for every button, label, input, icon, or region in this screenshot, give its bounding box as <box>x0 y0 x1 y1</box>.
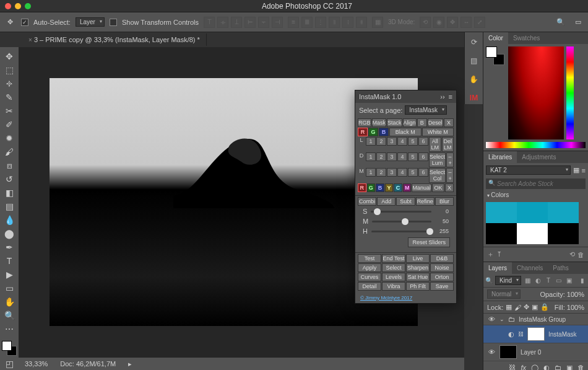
color-ramp[interactable] <box>486 142 586 148</box>
close-window[interactable] <box>5 3 11 9</box>
layer-filter-kind[interactable]: Kind <box>495 276 521 285</box>
lum-cell--[interactable]: – + <box>446 152 454 167</box>
white-mask-button[interactable]: White M <box>422 128 454 136</box>
visibility-toggle-icon[interactable]: 👁 <box>487 315 496 323</box>
layer-row[interactable]: ◐ ⛓ InstaMask <box>483 325 588 343</box>
lum-cell--[interactable]: – + <box>446 168 454 183</box>
channel-b[interactable]: B <box>379 128 389 136</box>
rgb-button[interactable]: RGB <box>358 118 371 127</box>
apply-button[interactable]: Apply <box>358 263 381 272</box>
blur-tool[interactable]: 💧 <box>1 213 17 227</box>
instamask-extension-icon[interactable]: IM <box>468 92 480 104</box>
lum-cell-2[interactable]: 2 <box>376 168 386 177</box>
slider-track[interactable] <box>371 211 431 213</box>
lum-cell-5[interactable]: 5 <box>408 152 418 161</box>
minimize-window[interactable] <box>15 3 21 9</box>
sharpen-button[interactable]: Sharpen <box>406 263 430 272</box>
lum-cell-all-lm[interactable]: All LM <box>429 137 441 152</box>
delete-layer-icon[interactable]: 🗑 <box>577 364 584 370</box>
noise-button[interactable]: Noise <box>430 263 454 272</box>
lum-cell-select-lum[interactable]: Select Lum <box>429 152 446 167</box>
quick-mask-toggle[interactable]: ◰ <box>1 357 17 370</box>
channel-m[interactable]: M <box>403 183 412 192</box>
ph-filt-button[interactable]: Ph Filt <box>406 282 430 291</box>
marquee-tool[interactable]: ⬚ <box>1 63 17 77</box>
detail-button[interactable]: Detail <box>358 282 381 291</box>
lum-cell-del-lm[interactable]: Del LM <box>442 137 454 152</box>
channel-g2[interactable]: G <box>367 183 376 192</box>
group-disclosure-icon[interactable]: ⌄ <box>499 316 504 322</box>
eraser-tool[interactable]: ◧ <box>1 186 17 200</box>
gradient-tool[interactable]: ▤ <box>1 200 17 213</box>
library-color-swatch[interactable] <box>548 202 579 223</box>
channel-r[interactable]: R <box>358 128 368 136</box>
hand-tool[interactable]: ✋ <box>1 295 17 309</box>
lum-cell-6[interactable]: 6 <box>418 152 428 161</box>
end-test-button[interactable]: End Test <box>382 254 405 263</box>
opacity-value[interactable]: 100% <box>567 291 584 298</box>
healing-brush-tool[interactable]: ✹ <box>1 131 17 145</box>
lum-cell-6[interactable]: 6 <box>418 168 428 177</box>
channel-y[interactable]: Y <box>385 183 394 192</box>
lum-cell-6[interactable]: 6 <box>418 137 428 146</box>
lum-cell-5[interactable]: 5 <box>408 137 418 146</box>
tab-libraries[interactable]: Libraries <box>483 151 517 163</box>
reset-sliders-button[interactable]: Reset Sliders <box>408 237 450 247</box>
lum-cell-3[interactable]: 3 <box>387 137 397 146</box>
library-dropdown[interactable]: KAT 2 <box>486 165 571 175</box>
new-group-icon[interactable]: 🗀 <box>555 364 561 370</box>
channel-g[interactable]: G <box>368 128 378 136</box>
slider-track[interactable] <box>372 221 431 222</box>
shape-tool[interactable]: ▭ <box>1 281 17 295</box>
add-to-library-icon[interactable]: ＋ <box>487 250 494 259</box>
tab-adjustments[interactable]: Adjustments <box>517 151 561 163</box>
color-field[interactable] <box>508 46 564 139</box>
library-color-swatch[interactable] <box>486 202 517 223</box>
lock-artboard-icon[interactable]: ▣ <box>532 303 538 311</box>
lum-cell-3[interactable]: 3 <box>387 152 397 161</box>
slider-track[interactable] <box>371 231 431 232</box>
document-tab[interactable]: × 3 – PRIME copy @ 33,3% (InstaMask, Lay… <box>19 33 207 46</box>
history-brush-tool[interactable]: ↺ <box>1 172 17 186</box>
layer-group-row[interactable]: 👁 ⌄ 🗀 InstaMask Group <box>483 314 588 325</box>
b-button[interactable]: B <box>417 118 427 127</box>
add-mask-icon[interactable]: ◯ <box>531 364 538 370</box>
channel-b2[interactable]: B <box>376 183 384 192</box>
crop-tool[interactable]: ✂ <box>1 104 17 118</box>
layer-name[interactable]: InstaMask Group <box>519 316 566 323</box>
lum-cell-5[interactable]: 5 <box>408 168 418 177</box>
manual-button[interactable]: Manual <box>412 183 431 192</box>
library-color-swatch[interactable] <box>517 202 548 223</box>
fg-swatch[interactable] <box>486 46 497 58</box>
brush-tool[interactable]: 🖌 <box>1 145 17 159</box>
ok-button[interactable]: OK <box>432 183 444 192</box>
lum-cell-select-col[interactable]: Select Col <box>429 168 446 183</box>
zoom-window[interactable] <box>25 3 31 9</box>
upload-icon[interactable]: ⤒ <box>496 250 502 258</box>
combi-button[interactable]: Combi <box>358 197 376 206</box>
filter-pixel-icon[interactable]: ▦ <box>524 276 532 285</box>
x-button[interactable]: X <box>445 183 454 192</box>
instamask-credit[interactable]: © Jimmy McIntyre 2017 <box>355 293 456 303</box>
foreground-color-swatch[interactable] <box>2 341 12 351</box>
curves-button[interactable]: Curves <box>358 273 381 281</box>
stock-search-input[interactable] <box>486 178 586 189</box>
black-mask-button[interactable]: Black M <box>389 128 422 136</box>
tab-color[interactable]: Color <box>483 32 508 44</box>
select-button[interactable]: Select <box>382 263 405 272</box>
channel-c[interactable]: C <box>394 183 402 192</box>
lum-cell-4[interactable]: 4 <box>397 137 407 146</box>
library-color-swatch[interactable] <box>486 223 517 244</box>
tab-layers[interactable]: Layers <box>483 262 512 274</box>
mask-button[interactable]: Mask <box>372 118 387 127</box>
search-icon[interactable]: 🔍 <box>555 16 567 29</box>
fill-value[interactable]: 100% <box>567 304 584 311</box>
filter-smart-icon[interactable]: ▣ <box>565 276 573 285</box>
x-button[interactable]: X <box>444 118 454 127</box>
auto-select-dropdown[interactable]: Layer <box>76 17 105 27</box>
zoom-tool[interactable]: 🔍 <box>1 309 17 322</box>
refine-button[interactable]: Refine <box>416 197 435 206</box>
add-button[interactable]: Add <box>377 197 396 206</box>
tab-paths[interactable]: Paths <box>548 262 574 274</box>
live-button[interactable]: Live <box>406 254 430 263</box>
